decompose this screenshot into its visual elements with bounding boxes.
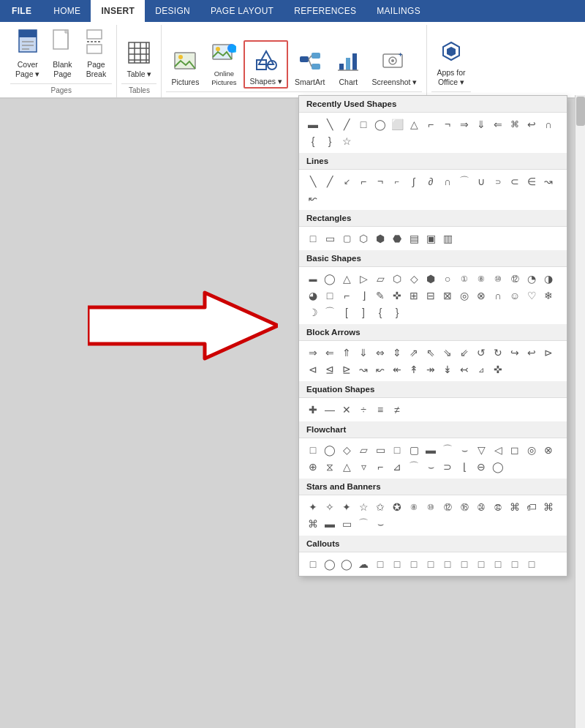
online-pictures-button[interactable]: 🌐 OnlinePictures [205,39,242,89]
shape-item[interactable]: ⌘ [507,499,523,515]
shape-item[interactable]: ▤ [406,230,422,247]
cover-page-button[interactable]: CoverPage ▾ [10,25,45,80]
shape-item[interactable]: ◑ [540,271,556,287]
shape-item[interactable]: ⇐ [322,345,338,361]
shape-item[interactable]: ∩ [439,173,456,189]
apps-for-office-button[interactable]: Apps forOffice ▾ [431,37,470,89]
shape-item[interactable]: ⬡ [389,271,405,287]
shape-item[interactable]: ≠ [389,402,405,418]
shape-item[interactable]: ∈ [524,173,540,189]
shape-item[interactable]: ▬ [305,116,321,132]
shape-item[interactable]: □ [389,442,405,458]
shape-item[interactable]: ⑫ [507,271,523,287]
shape-item[interactable]: ↝ [540,173,556,189]
shape-item[interactable]: ⌐ [339,288,355,304]
shape-item[interactable]: ↪ [507,345,523,361]
shape-item[interactable]: ◯ [372,116,388,132]
shape-item[interactable]: □ [389,556,405,572]
shape-item[interactable]: ✜ [490,361,506,378]
shape-item[interactable]: ◇ [339,442,355,458]
scrollbar[interactable] [575,95,585,728]
shape-item[interactable]: ◇ [406,271,422,287]
shape-item[interactable]: ▭ [339,516,355,532]
shape-item[interactable]: ✜ [389,288,405,304]
shape-item[interactable]: ⌒ [322,304,338,320]
shape-item[interactable]: ⊲ [305,361,321,378]
shapes-button[interactable]: Shapes ▾ [244,40,288,89]
shape-item[interactable]: ㉔ [473,499,489,515]
shape-item[interactable]: ✎ [372,288,388,304]
shape-item[interactable]: ⇒ [456,116,472,132]
shape-item[interactable]: ⌘ [507,116,523,132]
shape-item[interactable]: ✦ [305,499,321,515]
shape-item[interactable]: ⌣ [456,442,472,458]
shape-item[interactable]: ⌐ [423,116,439,132]
shape-item[interactable]: ⊞ [406,288,422,304]
shape-item[interactable]: □ [305,442,321,458]
shape-item[interactable]: ⌐ [355,173,371,189]
scrollbar-thumb[interactable] [576,97,585,126]
shape-item[interactable]: ▢ [339,230,355,247]
shape-item[interactable]: ▢ [406,442,422,458]
shape-item[interactable]: ◕ [305,288,321,304]
shape-item[interactable]: ↻ [490,345,506,361]
shape-item[interactable]: ⇐ [490,116,506,132]
shape-item[interactable]: ↺ [473,345,489,361]
shape-item[interactable]: ⑩ [423,499,439,515]
shape-item[interactable]: ⑫ [439,499,456,515]
shape-item[interactable]: ✩ [372,499,388,515]
pictures-button[interactable]: Pictures [166,40,204,89]
shape-item[interactable]: ⊴ [322,361,338,378]
shape-item[interactable]: ≡ [372,402,388,418]
tab-file[interactable]: FILE [0,0,43,22]
shape-item[interactable]: ╱ [339,116,355,132]
shape-item[interactable]: ✦ [339,499,355,515]
shape-item[interactable]: ╲ [305,173,321,189]
tab-design[interactable]: DESIGN [145,0,200,22]
shape-item[interactable]: ↠ [423,361,439,378]
shape-item[interactable]: } [389,304,405,320]
shape-item[interactable]: ⇖ [423,345,439,361]
shape-item[interactable]: ↩ [524,345,540,361]
tab-insert[interactable]: INSERT [91,0,145,22]
shape-item[interactable]: ⊿ [473,361,489,378]
shape-item[interactable]: □ [423,556,439,572]
shape-item[interactable]: △ [339,271,355,287]
shape-item[interactable]: ⊟ [423,288,439,304]
shape-item[interactable]: ◯ [339,556,355,572]
shape-item[interactable]: ⌣ [423,459,439,475]
shape-item[interactable]: ❄ [540,288,556,304]
shape-item[interactable]: ▣ [423,230,439,247]
shape-item[interactable]: ⑯ [456,499,472,515]
tab-mailings[interactable]: MAILINGS [366,0,431,22]
tab-home[interactable]: HOME [43,0,91,22]
shape-item[interactable]: ✧ [322,499,338,515]
shape-item[interactable]: ⇔ [372,345,388,361]
shape-item[interactable]: ⑩ [490,271,506,287]
shape-item[interactable]: ⊂ [507,173,523,189]
shape-item[interactable]: □ [439,556,456,572]
shape-item[interactable]: □ [355,116,371,132]
shape-item[interactable]: □ [305,230,321,247]
shape-item[interactable]: □ [372,556,388,572]
shape-item[interactable]: 🏷 [524,499,540,515]
shape-item[interactable]: ↡ [439,361,456,378]
shape-item[interactable]: ⊗ [473,288,489,304]
shape-item[interactable]: □ [507,556,523,572]
smartart-button[interactable]: SmartArt [290,40,330,89]
shape-item[interactable]: ☽ [305,304,321,320]
shape-item[interactable]: ⊵ [339,361,355,378]
shape-item[interactable]: ⇙ [456,345,472,361]
shape-item[interactable]: ∩ [490,288,506,304]
shape-item[interactable]: ↢ [456,361,472,378]
shape-item[interactable]: ⌐ [389,173,405,189]
shape-item[interactable]: ① [456,271,472,287]
shape-item[interactable]: ✕ [339,402,355,418]
shape-item[interactable]: [ [339,304,355,320]
table-button[interactable]: Table ▾ [121,32,156,80]
shape-item[interactable]: ⊕ [305,459,321,475]
shape-item[interactable]: ⌒ [355,516,371,532]
shape-item[interactable]: ☆ [339,133,355,149]
shape-item[interactable]: ] [355,304,371,320]
shape-item[interactable]: ◻ [507,442,523,458]
